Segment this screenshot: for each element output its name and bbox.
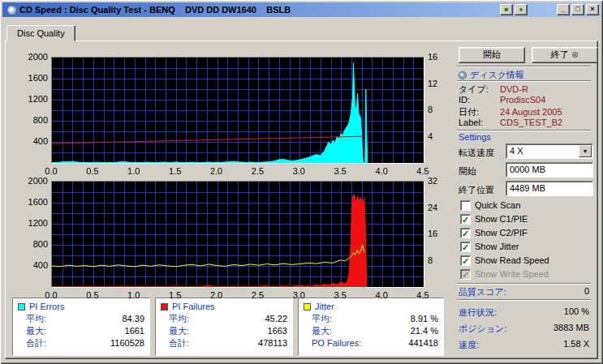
disc-date-value: 24 August 2005 [500, 107, 562, 117]
disc-label-label: Label: [459, 118, 497, 127]
axis-tick: 4.5 [411, 166, 435, 176]
maximize-button[interactable]: □ [571, 4, 584, 15]
stop-button[interactable]: 終了 ⊗ [532, 47, 598, 63]
checkbox-label: Show Read Speed [475, 255, 549, 265]
axis-tick: 2.0 [205, 290, 229, 300]
start-button[interactable]: 開始 [459, 47, 525, 63]
axis-tick: 0.0 [39, 290, 63, 300]
axis-tick: 0.5 [80, 290, 105, 300]
checkbox-label: Show C2/PIF [475, 228, 528, 238]
axis-tick: 8 [428, 255, 452, 265]
checkbox-box: ✓ [460, 214, 471, 225]
checkbox-box: ✓ [460, 242, 471, 252]
tab-disc-quality[interactable]: Disc Quality [6, 25, 75, 41]
axis-tick: 3.0 [286, 290, 311, 300]
disc-date-row: 日付: 24 August 2005 [459, 106, 562, 118]
speed-value: 4 X [510, 146, 523, 156]
disc-icon [459, 71, 467, 79]
disc-label-value: CDS_TEST_B2 [500, 118, 562, 127]
axis-tick: 1600 [12, 73, 48, 83]
stat-value: 478113 [258, 337, 287, 349]
axis-tick: 4 [428, 131, 452, 141]
axis-tick: 32 [428, 176, 452, 186]
pi-failures-chart [51, 181, 424, 288]
axis-tick: 1.5 [163, 290, 187, 300]
axis-tick: 400 [12, 136, 48, 146]
checkbox-show-write-speed: ✓ Show Write Speed [460, 268, 549, 280]
stat-value: 84.39 [122, 313, 144, 325]
speed-combobox[interactable]: 4 X ▼ [506, 143, 593, 159]
axis-tick: 1200 [12, 94, 48, 104]
progress-row: 進行状況: 100 % [459, 306, 589, 319]
start-position-field[interactable]: 0000 MB [506, 162, 593, 178]
stat-title: PI Failures [161, 300, 287, 313]
divider [457, 283, 591, 285]
pi-failures-panel: PI Failures 平均:45.22 最大:1663 合計:478113 [155, 298, 293, 356]
disc-info-header-label: ディスク情報 [470, 69, 524, 81]
stat-value: 45.22 [265, 313, 287, 325]
chevron-down-icon[interactable]: ▼ [579, 145, 592, 157]
checkbox-show-read-speed[interactable]: ✓ Show Read Speed [460, 255, 549, 266]
stat-value: 1160528 [110, 337, 144, 349]
pi-errors-panel: PI Errors 平均:84.39 最大:1661 合計:1160528 [12, 298, 150, 356]
axis-tick: 2000 [12, 52, 48, 62]
position-row: ポジション: 3883 MB [459, 323, 589, 335]
stat-row: PO Failures:441418 [304, 337, 438, 349]
close-button[interactable]: × [586, 4, 599, 15]
disc-record-icon[interactable]: ● [515, 4, 528, 15]
stop-button-label: 終了 [551, 49, 569, 59]
window-title: CD Speed : Disc Quality Test - BENQ DVD … [19, 5, 498, 15]
end-position-field[interactable]: 4489 MB [506, 181, 593, 196]
axis-tick: 8 [428, 105, 452, 114]
disc-id-value: ProdiscS04 [500, 95, 545, 105]
axis-tick: 2.5 [245, 166, 269, 176]
stat-title-label: Jitter [315, 302, 334, 311]
position-label: ポジション: [459, 323, 506, 335]
divider [457, 299, 591, 301]
end-position-label: 終了位置 [459, 184, 494, 196]
quality-score-value: 0 [584, 286, 589, 298]
divider [457, 130, 591, 131]
quality-score-label: 品質スコア: [459, 286, 506, 298]
stat-title-label: PI Failures [172, 302, 215, 311]
stat-title-label: PI Errors [29, 302, 64, 311]
axis-tick: 1.0 [122, 166, 146, 176]
chart-icon[interactable]: ■ [500, 4, 513, 15]
app-disc-icon[interactable] [6, 5, 17, 15]
checkbox-show-c2-pif[interactable]: ✓ Show C2/PIF [460, 227, 528, 238]
stat-label: 最大: [169, 325, 189, 337]
checkbox-label: Show Write Speed [475, 269, 549, 279]
stat-title: PI Errors [18, 300, 144, 313]
minimize-button[interactable]: _ [557, 4, 570, 15]
checkbox-label: Show C1/PIE [475, 214, 528, 224]
speed-label: 転送速度 [459, 147, 494, 159]
disc-type-row: タイプ: DVD-R [459, 84, 528, 96]
stop-icon: ⊗ [571, 49, 579, 59]
axis-tick: 4.0 [369, 290, 394, 300]
disc-id-label: ID: [459, 95, 497, 105]
divider [457, 66, 591, 67]
start-position-label: 開始 [459, 165, 476, 178]
disc-type-label: タイプ: [459, 84, 497, 96]
stat-label: 合計: [169, 337, 189, 349]
stat-row: 最大:21.4 % [304, 325, 438, 337]
axis-tick: 4.0 [369, 166, 394, 176]
axis-tick: 3.5 [328, 166, 352, 176]
checkbox-quick-scan[interactable]: Quick Scan [460, 199, 520, 211]
progress-value: 100 % [564, 306, 589, 319]
axis-tick: 24 [428, 203, 452, 212]
disc-type-value: DVD-R [500, 84, 528, 94]
stat-row: 平均:45.22 [161, 313, 287, 325]
stat-value: 8.91 % [411, 313, 438, 325]
stat-value: 21.4 % [411, 325, 438, 337]
settings-header-label: Settings [459, 132, 491, 142]
checkbox-box: ✓ [460, 269, 471, 280]
stat-row: 最大:1663 [161, 325, 287, 337]
checkbox-show-c1-pie[interactable]: ✓ Show C1/PIE [460, 213, 528, 225]
axis-tick: 2000 [12, 176, 48, 186]
disc-id-row: ID: ProdiscS04 [459, 95, 545, 105]
checkbox-box: ✓ [460, 255, 471, 266]
axis-tick: 1.0 [122, 290, 146, 300]
stat-value: 1661 [125, 325, 144, 337]
checkbox-show-jitter[interactable]: ✓ Show Jitter [460, 241, 519, 252]
